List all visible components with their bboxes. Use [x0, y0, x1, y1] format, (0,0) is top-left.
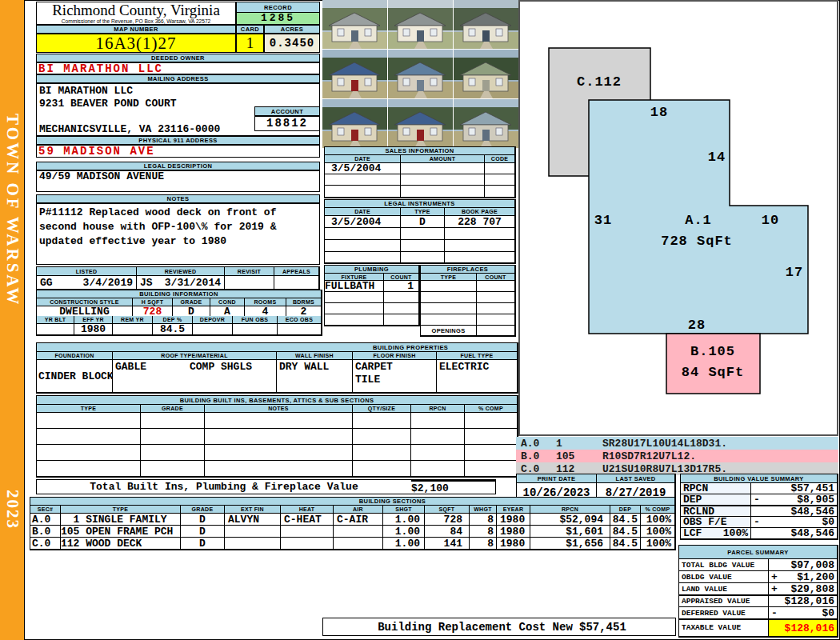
section-sqft: 728 [425, 514, 470, 526]
col-header: NOTES [205, 405, 353, 413]
col-header: DEP [610, 506, 641, 514]
listed-cell: GG3/4/2019 [37, 276, 137, 290]
empty-cell [477, 292, 515, 303]
building-sections-table: BUILDING SECTIONS SEC# TYPE GRADE EXT FI… [30, 497, 676, 550]
section-dep: 84.5 [610, 538, 641, 550]
deeded-owner-label: DEEDED OWNER [36, 54, 320, 62]
legend-sec: B.0 [516, 450, 551, 462]
section-sqft: 84 [425, 526, 470, 538]
roof-value: GABLECOMP SHGLS [113, 360, 277, 393]
notes-line: updated effective year to 1980 [39, 234, 319, 249]
col-header: GRADE [181, 506, 225, 514]
fuel-type-value: ELECTRIC [437, 360, 518, 393]
deeded-owner-value: BI MARATHON LLC [36, 62, 320, 74]
empty-cell [401, 228, 445, 240]
section-comp: 100% [641, 538, 675, 550]
empty-cell [353, 413, 411, 429]
section-id: C.0 [30, 538, 61, 550]
floor-finish-value: CARPETTILE [353, 360, 437, 393]
bvs-value-cell: $57,451 [751, 483, 838, 494]
review-table: LISTED REVIEWED REVISIT APPEALS GG3/4/20… [36, 266, 320, 290]
section-grade: D [181, 526, 225, 538]
county-title: Richmond County, Virginia [37, 2, 235, 18]
col-header: REM YR [113, 316, 153, 324]
col-header: % COMP [465, 405, 518, 413]
notes-label: NOTES [36, 194, 320, 203]
empty-cell [421, 292, 477, 303]
empty-cell [411, 461, 465, 477]
col-header: HEAT [281, 506, 334, 514]
section-comp: 100% [641, 514, 675, 526]
sale-amount [401, 163, 485, 174]
empty-cell [401, 240, 445, 252]
dim-notch-right: 10 [762, 213, 779, 228]
appeals-label: APPEALS [274, 267, 319, 276]
openings-value [477, 326, 515, 336]
openings-label: OPENINGS [421, 326, 477, 336]
empty-cell [384, 303, 419, 314]
record-box: RECORD 1285 [236, 2, 320, 25]
col-header: COUNT [477, 274, 515, 281]
sales-info-table: SALES INFORMATION DATE AMOUNT CODE 3/5/2… [324, 146, 516, 198]
bvs-label: OBS F/E [681, 517, 751, 528]
tax-year: 2023 [2, 490, 22, 530]
empty-cell [485, 174, 515, 186]
empty-cell [465, 445, 518, 461]
col-header: TYPE [401, 208, 445, 216]
parcel-summary: PARCEL SUMMARY TOTAL BLDG VALUE $97,008 … [678, 545, 838, 638]
col-header: BDRMS [286, 298, 322, 306]
revisit-cell [225, 276, 274, 290]
record-value: 1285 [236, 13, 320, 25]
acres-label: ACRES [264, 25, 320, 34]
col-header: AMOUNT [401, 155, 485, 163]
parcel-op: + [771, 583, 778, 595]
parcel-label: OBLDG VALUE [679, 571, 769, 583]
col-header: RPCN [411, 405, 465, 413]
empty-cell [37, 445, 141, 461]
empty-cell [477, 314, 515, 326]
empty-cell [445, 252, 515, 263]
house-photo [454, 0, 518, 49]
legal-description-label: LEGAL DESCRIPTION [36, 162, 320, 170]
notes-line: second house with OFP-100\% for 2019 & [39, 220, 319, 234]
replacement-cost-row: Building Replacement Cost New $57,451 [322, 618, 676, 636]
roof-type: GABLE [115, 361, 146, 373]
col-header: SQFT [425, 506, 470, 514]
bvs-value-cell: $48,546 [751, 505, 838, 517]
section-air: C-AIR [334, 514, 383, 526]
dep-override [193, 324, 233, 335]
depreciation-pct: 84.5 [153, 324, 193, 335]
col-header: YR BLT [37, 316, 74, 324]
parcel-value: $128,016 [785, 595, 834, 607]
section-extfin: ALVYN [225, 514, 281, 526]
col-header: ROOF TYPE/MATERIAL [113, 352, 277, 360]
legend-row: A.0 1 SR28U17L10U14L18D31. [516, 437, 838, 450]
empty-cell [325, 252, 401, 263]
functional-obsolescence [233, 324, 278, 335]
col-header: EYEAR [497, 506, 530, 514]
bvs-label-text: RPCN [683, 483, 708, 494]
empty-cell [384, 314, 419, 326]
col-header: ECO OBS [278, 316, 322, 324]
reviewed-cell: JS3/31/2014 [137, 276, 225, 290]
town-name: TOWN OF WARSAW [2, 114, 22, 306]
acres-value: 0.3450 [264, 34, 320, 53]
section-b-sqft: 84 SqFt [682, 365, 744, 380]
mailing-line: BI MARATHON LLC [39, 85, 319, 98]
instrument-type: D [401, 216, 445, 228]
built-ins-total-row: Total Built Ins, Plumbing & Fireplace Va… [36, 479, 496, 494]
parcel-summary-title: PARCEL SUMMARY [679, 546, 838, 559]
section-c-label: C.112 [577, 74, 622, 90]
empty-cell [353, 445, 411, 461]
section-type: 1 SINGLE FAMILY [61, 514, 181, 526]
house-photo [454, 50, 518, 98]
empty-cell [205, 461, 353, 477]
card-label: CARD [236, 25, 264, 34]
col-header: DATE [325, 155, 401, 163]
empty-cell [325, 292, 384, 303]
parcel-value-cell: +$1,200 [769, 571, 838, 583]
dim-top: 18 [650, 105, 668, 120]
physical-address-label: PHYSICAL 911 ADDRESS [36, 136, 320, 145]
col-header: AIR [334, 506, 383, 514]
house-photo [388, 99, 453, 148]
